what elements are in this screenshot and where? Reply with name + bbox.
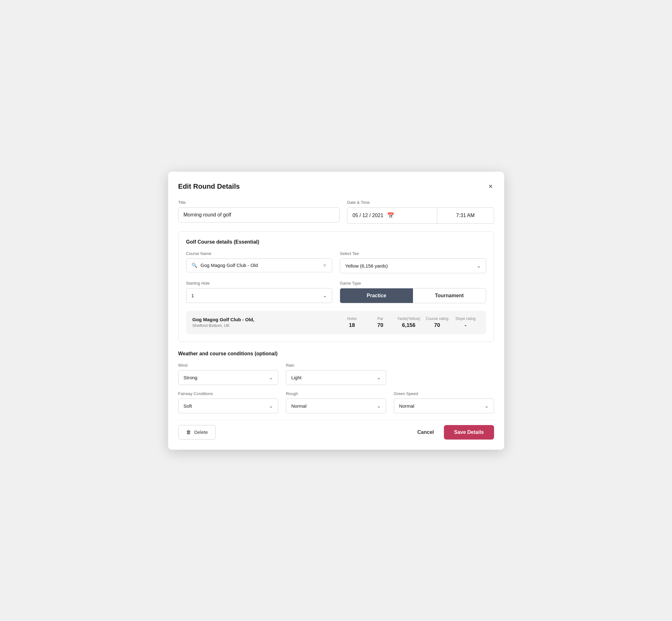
rough-value: Normal	[291, 403, 306, 409]
practice-toggle-button[interactable]: Practice	[340, 288, 413, 303]
chevron-down-icon: ⌄	[485, 403, 489, 409]
search-icon: 🔍	[192, 262, 198, 268]
rain-dropdown[interactable]: Light ⌄	[286, 370, 386, 385]
slope-rating-label: Slope rating	[455, 317, 475, 321]
yards-stat: Yards(Yellow) 6,156	[395, 317, 423, 329]
save-button[interactable]: Save Details	[444, 425, 494, 440]
fairway-group: Fairway Conditions Soft ⌄	[178, 391, 279, 413]
select-tee-label: Select Tee	[340, 251, 486, 256]
starting-hole-gametype-row: Starting Hole 1 ⌄ Game Type Practice Tou…	[186, 281, 486, 303]
wind-value: Strong	[183, 375, 198, 380]
green-speed-group: Green Speed Normal ⌄	[394, 391, 494, 413]
rain-label: Rain	[286, 363, 386, 368]
holes-label: Holes	[347, 317, 357, 321]
modal-header: Edit Round Details ×	[178, 182, 494, 191]
game-type-label: Game Type	[340, 281, 486, 286]
slope-rating-stat: Slope rating -	[452, 317, 480, 329]
time-input[interactable]: 7:31 AM	[437, 207, 494, 224]
rough-dropdown[interactable]: Normal ⌄	[286, 399, 386, 413]
delete-button[interactable]: 🗑 Delete	[178, 425, 216, 440]
fairway-value: Soft	[183, 403, 192, 409]
golf-course-title: Golf Course details (Essential)	[186, 239, 486, 245]
select-tee-dropdown[interactable]: Yellow (6,156 yards) ⌄	[340, 258, 486, 273]
yards-label: Yards(Yellow)	[397, 317, 420, 321]
rain-group: Rain Light ⌄	[286, 363, 386, 385]
footer-row: 🗑 Delete Cancel Save Details	[178, 420, 494, 440]
time-value: 7:31 AM	[456, 213, 475, 218]
title-input[interactable]	[178, 207, 340, 222]
course-name-label: Course Name	[186, 251, 333, 256]
par-value: 70	[377, 322, 383, 329]
starting-hole-label: Starting Hole	[186, 281, 333, 286]
wind-label: Wind	[178, 363, 279, 368]
starting-hole-dropdown[interactable]: 1 ⌄	[186, 288, 333, 303]
course-info-name: Gog Magog Golf Club - Old,	[193, 317, 338, 322]
chevron-down-icon: ⌄	[377, 375, 381, 380]
fairway-dropdown[interactable]: Soft ⌄	[178, 399, 279, 413]
delete-label: Delete	[194, 429, 208, 435]
edit-round-modal: Edit Round Details × Title Date & Time 0…	[168, 172, 504, 450]
game-type-group: Game Type Practice Tournament	[340, 281, 486, 303]
yards-value: 6,156	[402, 322, 416, 329]
close-button[interactable]: ×	[488, 182, 494, 191]
date-time-inputs: 05 / 12 / 2021 📅 7:31 AM	[347, 207, 494, 224]
par-stat: Par 70	[366, 317, 395, 329]
holes-value: 18	[349, 322, 355, 329]
chevron-down-icon: ⌄	[377, 403, 381, 409]
date-value: 05 / 12 / 2021	[352, 213, 383, 218]
clear-icon[interactable]: ✕	[323, 262, 327, 268]
datetime-group: Date & Time 05 / 12 / 2021 📅 7:31 AM	[347, 200, 494, 224]
fairway-rough-green-row: Fairway Conditions Soft ⌄ Rough Normal ⌄…	[178, 391, 494, 413]
weather-section-title: Weather and course conditions (optional)	[178, 351, 494, 357]
green-speed-dropdown[interactable]: Normal ⌄	[394, 399, 494, 413]
course-rating-value: 70	[434, 322, 440, 329]
wind-rain-row: Wind Strong ⌄ Rain Light ⌄	[178, 363, 494, 385]
starting-hole-value: 1	[192, 293, 194, 298]
course-rating-label: Course rating	[426, 317, 448, 321]
title-datetime-row: Title Date & Time 05 / 12 / 2021 📅 7:31 …	[178, 200, 494, 224]
trash-icon: 🗑	[186, 429, 191, 435]
course-tee-row: Course Name 🔍 ✕ Select Tee Yellow (6,156…	[186, 251, 486, 273]
cancel-button[interactable]: Cancel	[415, 425, 436, 439]
modal-title: Edit Round Details	[178, 182, 240, 191]
select-tee-group: Select Tee Yellow (6,156 yards) ⌄	[340, 251, 486, 273]
title-label: Title	[178, 200, 340, 205]
wind-group: Wind Strong ⌄	[178, 363, 279, 385]
green-speed-label: Green Speed	[394, 391, 494, 396]
chevron-down-icon: ⌄	[269, 403, 273, 409]
select-tee-value: Yellow (6,156 yards)	[345, 263, 388, 268]
game-type-toggle: Practice Tournament	[340, 288, 486, 303]
chevron-down-icon: ⌄	[323, 292, 327, 298]
chevron-down-icon: ⌄	[269, 375, 273, 380]
slope-rating-value: -	[465, 322, 467, 329]
course-name-group: Course Name 🔍 ✕	[186, 251, 333, 272]
chevron-down-icon: ⌄	[477, 263, 481, 269]
calendar-icon: 📅	[387, 212, 394, 219]
rough-label: Rough	[286, 391, 386, 396]
course-name-input[interactable]	[201, 262, 320, 268]
datetime-label: Date & Time	[347, 200, 494, 205]
date-input[interactable]: 05 / 12 / 2021 📅	[347, 207, 437, 224]
course-info-box: Gog Magog Golf Club - Old, Shelford Bott…	[186, 311, 486, 334]
golf-course-section: Golf Course details (Essential) Course N…	[178, 231, 494, 342]
course-rating-stat: Course rating 70	[423, 317, 452, 329]
title-group: Title	[178, 200, 340, 222]
tournament-toggle-button[interactable]: Tournament	[413, 288, 486, 303]
course-info-name-block: Gog Magog Golf Club - Old, Shelford Bott…	[193, 317, 338, 328]
course-info-location: Shelford Bottom, UK	[193, 323, 338, 328]
fairway-label: Fairway Conditions	[178, 391, 279, 396]
par-label: Par	[377, 317, 383, 321]
starting-hole-group: Starting Hole 1 ⌄	[186, 281, 333, 303]
rough-group: Rough Normal ⌄	[286, 391, 386, 413]
green-speed-value: Normal	[399, 403, 414, 409]
course-name-search[interactable]: 🔍 ✕	[186, 258, 333, 272]
weather-section: Weather and course conditions (optional)…	[178, 351, 494, 413]
footer-right: Cancel Save Details	[415, 425, 494, 440]
holes-stat: Holes 18	[338, 317, 366, 329]
wind-dropdown[interactable]: Strong ⌄	[178, 370, 279, 385]
rain-value: Light	[291, 375, 302, 380]
